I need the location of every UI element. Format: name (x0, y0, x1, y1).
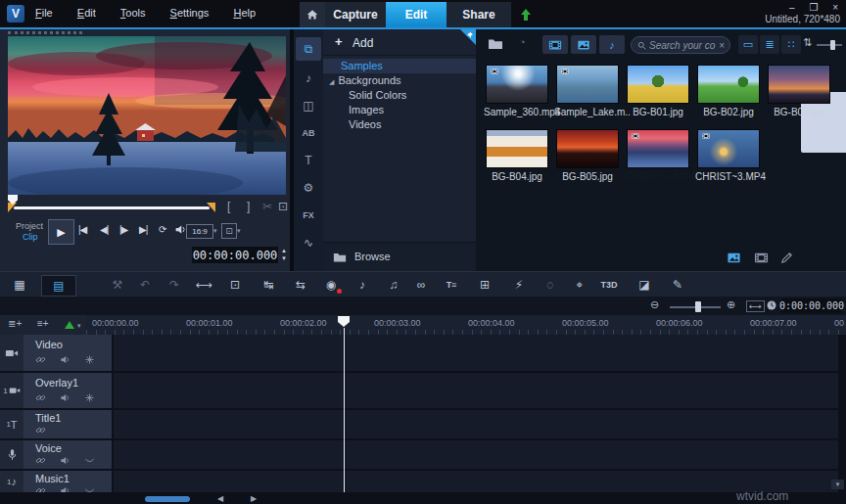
trim-handle-right[interactable] (207, 203, 215, 212)
go-start-button[interactable]: |◀ (78, 224, 86, 235)
filter-audio-button[interactable]: ♪ (599, 35, 625, 54)
tab-share[interactable]: Share (446, 2, 511, 27)
import-media-button[interactable] (488, 36, 503, 52)
nav-transition-button[interactable]: ◫ (296, 94, 321, 117)
aspect-ratio-select[interactable]: 16:9 (186, 224, 213, 239)
track-title1-header[interactable]: 1T Title1 (0, 410, 112, 438)
smart-filter-button[interactable]: ◔ (519, 36, 526, 48)
sort-clips-button[interactable]: ⇅ (803, 36, 812, 49)
pan-zoom-button[interactable]: ◌ (540, 275, 560, 295)
spin-up-icon[interactable]: ▲ (280, 247, 288, 254)
track-music1-lane[interactable] (114, 471, 838, 492)
restore-button[interactable]: ❐ (809, 2, 820, 13)
home-button[interactable] (300, 2, 325, 27)
link-icon[interactable] (35, 455, 46, 466)
mute-speaker-icon[interactable] (60, 354, 70, 365)
nav-graphic-button[interactable]: ⚙ (296, 176, 321, 200)
previous-frame-button[interactable]: ◀| (100, 224, 108, 235)
speech-to-text-button[interactable]: ∞ (411, 275, 431, 295)
scroll-right-button[interactable]: ▶ (251, 494, 257, 503)
thumbnail-bg-b03[interactable] (768, 65, 830, 104)
thumbnail-christ-3[interactable] (697, 129, 760, 168)
thumbnail-bg-b05[interactable] (556, 129, 619, 168)
mix-tools-icon[interactable]: ⚒ (108, 275, 127, 295)
nav-subtitle-button[interactable]: AB (296, 121, 321, 145)
library-panel-toggle[interactable] (727, 251, 741, 265)
tree-item-videos[interactable]: Videos (323, 117, 501, 132)
tree-item-images[interactable]: Images (323, 103, 501, 117)
zoom-in-button[interactable]: ⊕ (727, 298, 735, 311)
library-item[interactable]: BG-B01.jpg (625, 65, 691, 117)
go-end-button[interactable]: ▶| (139, 224, 147, 235)
library-item[interactable]: Sample_360.mp4 (484, 65, 550, 117)
zoom-out-button[interactable]: ⊖ (650, 298, 659, 311)
tree-item-samples[interactable]: Samples (323, 59, 494, 73)
options-editor-toggle[interactable] (779, 251, 794, 265)
thumbnail-bg-b02[interactable] (697, 65, 760, 104)
fit-project-button[interactable]: ⟷ (194, 275, 213, 295)
track-title1-lane[interactable] (114, 410, 838, 438)
trim-window-button[interactable]: ⇆ (291, 275, 310, 295)
ripple-drop-icon[interactable]: ▾ (77, 322, 81, 330)
browse-bar[interactable]: Browse (323, 242, 476, 272)
title-3d-editor-button[interactable]: T3D (597, 275, 621, 295)
auto-music-button[interactable]: ♫ (384, 275, 403, 295)
track-overlay1-lane[interactable] (114, 373, 838, 408)
storyboard-view-button[interactable]: ▦ (8, 275, 31, 295)
compact-view-toggle[interactable] (754, 251, 769, 265)
timeline-ruler[interactable]: 00:00:00.00 00:00:01.00 00:00:02.00 00:0… (86, 315, 846, 335)
zoom-preset-button[interactable]: ⊡ (221, 223, 237, 239)
split-screen-template-button[interactable]: ⊞ (475, 275, 494, 295)
ripple-edit-icon[interactable] (65, 321, 74, 329)
add-plus-icon[interactable]: + (335, 34, 343, 49)
sound-mixer-button[interactable]: ♪ (352, 275, 372, 295)
menu-settings[interactable]: Settings (170, 7, 210, 19)
library-item[interactable]: BG-B05.jpg (554, 129, 621, 182)
menu-file[interactable]: File (35, 7, 53, 19)
mute-speaker-icon[interactable] (60, 485, 70, 492)
track-video-header[interactable]: Video (0, 335, 112, 371)
filter-videos-button[interactable] (542, 35, 568, 54)
mark-out-button[interactable]: ] (247, 200, 250, 213)
trim-track[interactable] (14, 206, 210, 209)
repeat-button[interactable]: ⟳ (159, 224, 165, 235)
thumb-size-slider[interactable] (817, 44, 842, 46)
menu-tools[interactable]: Tools (120, 7, 146, 19)
link-icon[interactable] (35, 485, 46, 492)
project-duration-button[interactable] (766, 299, 777, 311)
nav-title-button[interactable]: T (296, 149, 321, 172)
enlarge-preview-button[interactable]: ⊡ (278, 200, 288, 213)
tab-capture[interactable]: Capture (325, 2, 386, 27)
thumbnail-sample-lake[interactable] (556, 65, 619, 104)
add-folder-button[interactable]: Add (352, 36, 373, 50)
crop-button[interactable]: ⌖ (570, 275, 589, 295)
mark-in-button[interactable]: [ (227, 200, 230, 213)
library-item[interactable]: BG-B04.jpg (484, 129, 550, 182)
track-music1-header[interactable]: 1♪ Music1 (0, 471, 112, 492)
thumbnail-bg-b01[interactable] (627, 65, 689, 104)
nav-motion-path-button[interactable]: ∿ (296, 231, 321, 254)
subtitle-editor-button[interactable]: T≡ (441, 275, 462, 295)
thumb-size-slider-handle[interactable] (830, 40, 835, 50)
timeline-hscrollbar[interactable]: ◀ ▶ wtvid.com (0, 492, 846, 504)
timeline-view-button[interactable]: ▤ (41, 275, 76, 297)
library-item[interactable]: BG-B03.jpg (766, 65, 832, 117)
track-voice-header[interactable]: Voice (0, 440, 112, 469)
library-item[interactable]: Sample_Lake.m.. (554, 65, 621, 117)
trim-bar[interactable] (8, 202, 215, 213)
view-list-button[interactable]: ≣ (760, 35, 779, 54)
snowflake-icon[interactable] (84, 354, 95, 365)
motion-tracking-button[interactable]: ⚡ (509, 275, 529, 295)
wave-icon[interactable] (84, 455, 95, 466)
split-clip-button[interactable]: ↹ (258, 275, 278, 295)
hscroll-thumb[interactable] (145, 496, 190, 502)
nav-audio-button[interactable]: ♪ (296, 67, 321, 90)
play-button[interactable]: ▶ (48, 219, 74, 245)
wave-icon[interactable] (84, 485, 95, 492)
project-mode-label[interactable]: Project (16, 221, 43, 231)
resize-duration-button[interactable]: ⊡ (225, 275, 245, 295)
thumbnail-bg-b04[interactable] (486, 129, 548, 168)
library-item[interactable]: CHRIST~3.MP4 (695, 129, 762, 182)
minimize-button[interactable]: – (789, 2, 797, 13)
library-item-selected[interactable]: CHRIST~1.MP4 (625, 129, 691, 182)
